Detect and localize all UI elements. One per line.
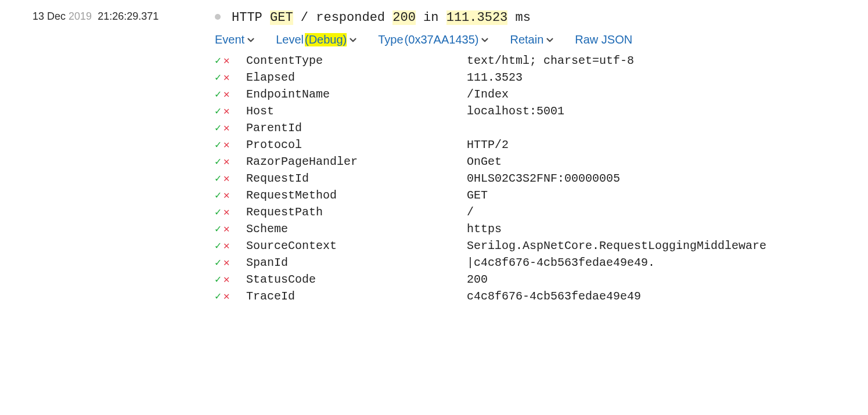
- property-row: ✓✕SourceContextSerilog.AspNetCore.Reques…: [215, 237, 868, 254]
- include-filter-icon[interactable]: ✓: [215, 189, 221, 201]
- msg-pre: HTTP: [232, 10, 270, 25]
- property-key: ContentType: [246, 54, 467, 67]
- include-filter-icon[interactable]: ✓: [215, 155, 221, 167]
- msg-mid2: in: [416, 10, 446, 25]
- msg-method: GET: [270, 10, 293, 25]
- include-filter-icon[interactable]: ✓: [215, 273, 221, 285]
- property-key: Protocol: [246, 138, 467, 151]
- raw-json-label: Raw JSON: [575, 33, 632, 46]
- property-key: RazorPageHandler: [246, 155, 467, 168]
- property-value: c4c8f676-4cb563fedae49e49: [467, 290, 868, 303]
- property-key: Host: [246, 104, 467, 118]
- property-row: ✓✕Schemehttps: [215, 221, 868, 237]
- log-message-line: HTTP GET / responded 200 in 111.3523 ms: [215, 10, 868, 25]
- property-value: 0HLS02C3S2FNF:00000005: [467, 172, 868, 185]
- msg-mid1: / responded: [293, 10, 393, 25]
- property-key: TraceId: [246, 290, 467, 303]
- exclude-filter-icon[interactable]: ✕: [224, 256, 230, 268]
- exclude-filter-icon[interactable]: ✕: [224, 88, 230, 100]
- chevron-down-icon: [480, 35, 490, 45]
- chevron-down-icon: [545, 35, 555, 45]
- timestamp: 13 Dec 2019 21:26:29.371: [0, 10, 215, 305]
- property-row: ✓✕Elapsed111.3523: [215, 69, 868, 86]
- property-row: ✓✕ProtocolHTTP/2: [215, 136, 868, 153]
- retain-dropdown[interactable]: Retain: [510, 33, 555, 46]
- property-value: |c4c8f676-4cb563fedae49e49.: [467, 256, 868, 269]
- filter-toggles: ✓✕: [215, 273, 246, 285]
- exclude-filter-icon[interactable]: ✕: [224, 222, 230, 234]
- type-value: (0x37AA1435): [405, 33, 479, 46]
- event-dropdown[interactable]: Event: [215, 33, 256, 46]
- property-row: ✓✕RequestMethodGET: [215, 187, 868, 204]
- property-value: 200: [467, 273, 868, 286]
- property-row: ✓✕Hostlocalhost:5001: [215, 103, 868, 120]
- include-filter-icon[interactable]: ✓: [215, 138, 221, 150]
- property-key: Scheme: [246, 222, 467, 236]
- include-filter-icon[interactable]: ✓: [215, 205, 221, 218]
- log-message: HTTP GET / responded 200 in 111.3523 ms: [232, 10, 531, 25]
- exclude-filter-icon[interactable]: ✕: [224, 121, 230, 133]
- filter-toggles: ✓✕: [215, 222, 246, 234]
- filter-toggles: ✓✕: [215, 239, 246, 251]
- include-filter-icon[interactable]: ✓: [215, 54, 221, 66]
- retain-label: Retain: [510, 33, 543, 46]
- msg-status: 200: [392, 10, 416, 25]
- property-key: ParentId: [246, 121, 467, 135]
- include-filter-icon[interactable]: ✓: [215, 222, 221, 234]
- property-value: Serilog.AspNetCore.RequestLoggingMiddlew…: [467, 239, 868, 252]
- type-dropdown[interactable]: Type (0x37AA1435): [378, 33, 490, 46]
- filter-toggles: ✓✕: [215, 138, 246, 150]
- include-filter-icon[interactable]: ✓: [215, 121, 221, 133]
- property-key: StatusCode: [246, 273, 467, 286]
- filter-toggles: ✓✕: [215, 205, 246, 218]
- include-filter-icon[interactable]: ✓: [215, 88, 221, 100]
- chevron-down-icon: [348, 35, 358, 45]
- filter-toggles: ✓✕: [215, 189, 246, 201]
- filter-toggles: ✓✕: [215, 256, 246, 268]
- filter-toggles: ✓✕: [215, 71, 246, 83]
- filter-toggles: ✓✕: [215, 88, 246, 100]
- include-filter-icon[interactable]: ✓: [215, 172, 221, 184]
- property-value: /Index: [467, 88, 868, 101]
- filter-toggles: ✓✕: [215, 155, 246, 167]
- include-filter-icon[interactable]: ✓: [215, 239, 221, 251]
- property-value: GET: [467, 189, 868, 202]
- property-key: RequestPath: [246, 205, 467, 219]
- level-indicator-dot: [215, 14, 221, 20]
- property-row: ✓✕RequestPath/: [215, 204, 868, 221]
- property-key: SourceContext: [246, 239, 467, 252]
- include-filter-icon[interactable]: ✓: [215, 256, 221, 268]
- exclude-filter-icon[interactable]: ✕: [224, 138, 230, 150]
- chevron-down-icon: [246, 35, 256, 45]
- exclude-filter-icon[interactable]: ✕: [224, 104, 230, 117]
- timestamp-time: 21:26:29.371: [98, 10, 159, 22]
- property-row: ✓✕EndpointName/Index: [215, 86, 868, 103]
- property-value: text/html; charset=utf-8: [467, 54, 868, 67]
- property-value: OnGet: [467, 155, 868, 168]
- property-key: SpanId: [246, 256, 467, 269]
- property-row: ✓✕StatusCode200: [215, 271, 868, 288]
- exclude-filter-icon[interactable]: ✕: [224, 172, 230, 184]
- property-row: ✓✕RequestId0HLS02C3S2FNF:00000005: [215, 170, 868, 187]
- raw-json-link[interactable]: Raw JSON: [575, 33, 632, 46]
- property-value: localhost:5001: [467, 104, 868, 118]
- include-filter-icon[interactable]: ✓: [215, 104, 221, 117]
- exclude-filter-icon[interactable]: ✕: [224, 71, 230, 83]
- include-filter-icon[interactable]: ✓: [215, 71, 221, 83]
- level-dropdown[interactable]: Level (Debug): [276, 33, 358, 46]
- filter-toggles: ✓✕: [215, 290, 246, 302]
- exclude-filter-icon[interactable]: ✕: [224, 205, 230, 218]
- filter-toggles: ✓✕: [215, 121, 246, 133]
- property-key: RequestMethod: [246, 189, 467, 202]
- property-key: Elapsed: [246, 71, 467, 84]
- exclude-filter-icon[interactable]: ✕: [224, 239, 230, 251]
- exclude-filter-icon[interactable]: ✕: [224, 189, 230, 201]
- exclude-filter-icon[interactable]: ✕: [224, 54, 230, 66]
- filter-toggles: ✓✕: [215, 172, 246, 184]
- msg-post: ms: [507, 10, 531, 25]
- exclude-filter-icon[interactable]: ✕: [224, 155, 230, 167]
- property-value: https: [467, 222, 868, 236]
- exclude-filter-icon[interactable]: ✕: [224, 273, 230, 285]
- exclude-filter-icon[interactable]: ✕: [224, 290, 230, 302]
- include-filter-icon[interactable]: ✓: [215, 290, 221, 302]
